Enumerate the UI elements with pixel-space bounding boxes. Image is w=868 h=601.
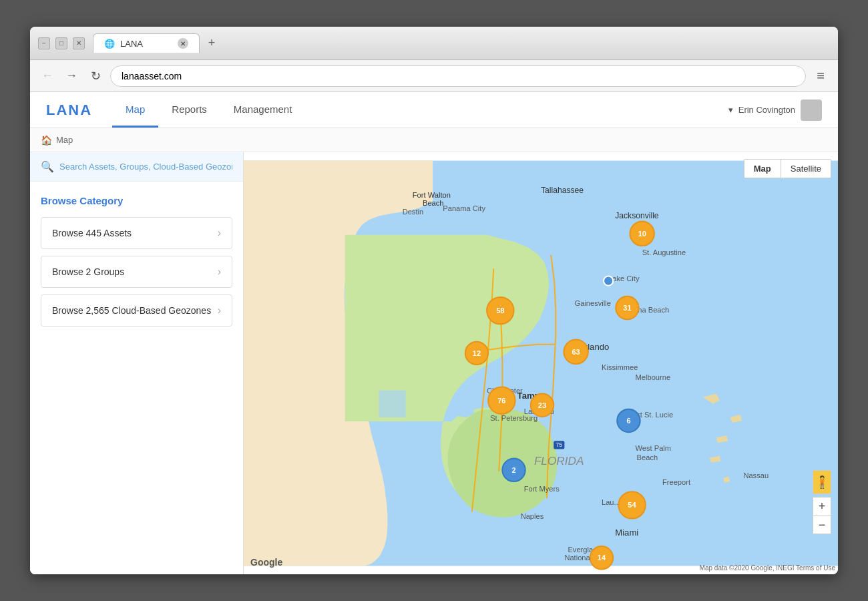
app-container: LANA Map Reports Management ▾ Erin Covin…	[30, 92, 838, 574]
home-icon: 🏠	[41, 135, 52, 146]
back-button[interactable]: ←	[38, 67, 57, 85]
title-bar: − □ ✕ 🌐 LANA ✕ +	[30, 27, 838, 60]
svg-text:10: 10	[638, 230, 646, 238]
breadcrumb-label: Map	[56, 135, 73, 145]
svg-text:West Palm: West Palm	[636, 444, 672, 452]
svg-text:58: 58	[496, 307, 504, 315]
map-view-button[interactable]: Map	[744, 160, 781, 178]
tab-close-button[interactable]: ✕	[178, 38, 188, 49]
tab-management[interactable]: Management	[220, 92, 306, 128]
svg-text:Fort Myers: Fort Myers	[524, 485, 560, 493]
svg-text:St. Augustine: St. Augustine	[642, 248, 686, 256]
map-controls: Map Satellite	[744, 159, 831, 178]
map-svg: Fort Walton Beach Destin Panama City Tal…	[244, 152, 838, 574]
svg-text:FLORIDA: FLORIDA	[534, 454, 584, 467]
svg-point-55	[604, 276, 613, 286]
globe-icon: 🌐	[104, 39, 115, 49]
svg-text:Kissimmee: Kissimmee	[602, 363, 638, 371]
section-title: Browse Category	[41, 195, 232, 206]
app-header: LANA Map Reports Management ▾ Erin Covin…	[30, 92, 838, 128]
svg-text:76: 76	[497, 397, 505, 405]
main-content: 🔍 Browse Category Browse 445 Assets › Br…	[30, 152, 838, 574]
svg-text:Jacksonville: Jacksonville	[615, 211, 659, 220]
tab-map[interactable]: Map	[112, 92, 158, 128]
svg-text:Beach: Beach	[423, 199, 444, 207]
browse-groups-label: Browse 2 Groups	[52, 266, 124, 277]
zoom-out-button[interactable]: −	[813, 516, 831, 534]
svg-text:Gainesville: Gainesville	[575, 299, 611, 307]
map-zoom-controls: + −	[813, 497, 831, 534]
chevron-right-icon: ›	[218, 227, 221, 239]
minimize-button[interactable]: −	[38, 37, 50, 49]
browse-assets-label: Browse 445 Assets	[52, 228, 132, 238]
app-logo: LANA	[46, 102, 92, 119]
zoom-in-button[interactable]: +	[813, 497, 831, 516]
svg-text:54: 54	[628, 501, 636, 509]
tab-title: LANA	[120, 39, 143, 49]
svg-text:St. Petersburg: St. Petersburg	[490, 414, 537, 422]
user-name: Erin Covington	[738, 105, 795, 115]
svg-text:Panama City: Panama City	[443, 204, 485, 212]
svg-text:Tallahassee: Tallahassee	[541, 186, 584, 195]
google-logo: Google	[250, 557, 282, 568]
svg-text:Freeport: Freeport	[662, 478, 690, 486]
svg-text:23: 23	[538, 401, 546, 409]
refresh-button[interactable]: ↻	[86, 67, 105, 85]
chevron-right-icon: ›	[218, 266, 221, 278]
search-icon: 🔍	[41, 160, 54, 173]
sidebar: 🔍 Browse Category Browse 445 Assets › Br…	[30, 152, 244, 574]
user-dropdown-arrow: ▾	[728, 105, 733, 115]
search-input[interactable]	[59, 162, 232, 172]
svg-text:31: 31	[623, 304, 631, 312]
browser-menu-button[interactable]: ≡	[811, 65, 830, 86]
tab-reports[interactable]: Reports	[158, 92, 220, 128]
svg-text:75: 75	[556, 441, 562, 448]
browse-geozones-label: Browse 2,565 Cloud-Based Geozones	[52, 305, 211, 316]
map-area[interactable]: Fort Walton Beach Destin Panama City Tal…	[244, 152, 838, 574]
svg-text:Naples: Naples	[521, 512, 544, 520]
svg-text:Fort Walton: Fort Walton	[413, 191, 451, 199]
sidebar-section: Browse Category Browse 445 Assets › Brow…	[30, 182, 243, 341]
forward-button[interactable]: →	[62, 67, 81, 85]
svg-text:63: 63	[572, 348, 580, 356]
nav-bar: ← → ↻ ≡	[30, 60, 838, 92]
nav-tabs: Map Reports Management	[112, 92, 305, 128]
browse-groups-card[interactable]: Browse 2 Groups ›	[41, 256, 232, 288]
street-view-button[interactable]: 🧍	[813, 470, 831, 494]
svg-text:2: 2	[511, 466, 515, 474]
browser-tab[interactable]: 🌐 LANA ✕	[93, 33, 200, 53]
header-right: ▾ Erin Covington	[728, 99, 822, 121]
avatar	[801, 99, 822, 121]
svg-text:12: 12	[473, 349, 481, 357]
svg-text:Melbourne: Melbourne	[636, 373, 671, 381]
search-bar: 🔍	[30, 152, 243, 182]
chevron-right-icon: ›	[218, 305, 221, 317]
svg-text:Beach: Beach	[637, 453, 658, 461]
svg-text:14: 14	[598, 554, 606, 562]
new-tab-button[interactable]: +	[202, 34, 221, 53]
address-bar[interactable]	[110, 65, 806, 87]
satellite-view-button[interactable]: Satellite	[781, 160, 831, 178]
browse-geozones-card[interactable]: Browse 2,565 Cloud-Based Geozones ›	[41, 294, 232, 327]
svg-text:Destin: Destin	[403, 208, 424, 216]
svg-text:Miami: Miami	[615, 528, 638, 538]
svg-text:Nassau: Nassau	[743, 471, 769, 479]
map-attribution: Map data ©2020 Google, INEGI Terms of Us…	[700, 564, 835, 572]
maximize-button[interactable]: □	[55, 37, 67, 49]
browse-assets-card[interactable]: Browse 445 Assets ›	[41, 217, 232, 249]
close-button[interactable]: ✕	[73, 37, 85, 49]
window-controls: − □ ✕	[38, 37, 85, 49]
breadcrumb: 🏠 Map	[30, 128, 838, 152]
svg-text:6: 6	[626, 417, 630, 425]
